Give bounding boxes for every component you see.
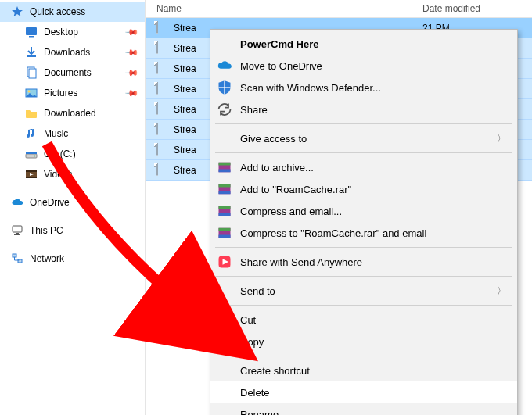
- sidebar-label: OneDrive: [30, 197, 70, 208]
- menu-item-rename[interactable]: Rename: [210, 403, 517, 415]
- sidebar-item-label: Pictures: [44, 88, 77, 98]
- send-anywhere-icon: [217, 254, 232, 270]
- sidebar-item-label: OS (C:): [44, 148, 76, 159]
- file-icon: [156, 22, 169, 34]
- sidebar-item-downloaded[interactable]: Downloaded: [0, 103, 145, 123]
- pin-icon: 📌: [124, 85, 138, 100]
- menu-separator: [215, 152, 512, 153]
- svg-rect-14: [13, 226, 22, 232]
- menu-item-move-onedrive[interactable]: Move to OneDrive: [210, 55, 517, 77]
- folder-icon: [25, 107, 38, 120]
- winrar-icon: [217, 159, 232, 175]
- menu-item-create-shortcut[interactable]: Create shortcut: [210, 360, 517, 381]
- sidebar-item-label: Downloaded: [44, 108, 96, 119]
- desktop-icon: [25, 26, 38, 38]
- menu-item-send-to[interactable]: Send to 〉: [210, 280, 517, 302]
- winrar-icon: [217, 181, 232, 197]
- sidebar-item-label: Documents: [44, 67, 92, 78]
- sidebar-network[interactable]: Network: [0, 249, 145, 269]
- onedrive-icon: [217, 58, 232, 73]
- context-menu: PowerCmd Here Move to OneDrive Scan with…: [210, 29, 518, 415]
- svg-rect-11: [26, 170, 37, 172]
- downloads-icon: [25, 46, 38, 59]
- sidebar-item-pictures[interactable]: Pictures 📌: [0, 83, 145, 103]
- pin-icon: 📌: [124, 65, 138, 80]
- column-headers[interactable]: Name Date modified: [146, 0, 532, 18]
- svg-rect-15: [16, 233, 19, 234]
- svg-rect-23: [219, 184, 231, 188]
- menu-item-compress-roamcache[interactable]: Compress to "RoamCache.rar" and email: [210, 222, 517, 244]
- menu-item-share[interactable]: Share: [210, 98, 517, 120]
- sidebar-item-music[interactable]: Music: [0, 123, 145, 144]
- sidebar-this-pc[interactable]: This PC: [0, 220, 145, 241]
- file-icon: [156, 63, 169, 75]
- svg-rect-12: [26, 177, 37, 178]
- menu-item-add-roamcache[interactable]: Add to "RoamCache.rar": [210, 178, 517, 200]
- defender-icon: [217, 80, 232, 95]
- svg-point-6: [28, 91, 31, 93]
- svg-rect-9: [26, 152, 37, 154]
- svg-rect-29: [219, 228, 231, 231]
- menu-item-defender[interactable]: Scan with Windows Defender...: [210, 77, 517, 98]
- navigation-pane: Quick access Desktop 📌 Downloads 📌 Docum…: [0, 0, 146, 415]
- onedrive-icon: [11, 196, 23, 209]
- winrar-icon: [217, 225, 232, 241]
- menu-item-cut[interactable]: Cut: [210, 309, 517, 331]
- sidebar-onedrive[interactable]: OneDrive: [0, 192, 145, 213]
- svg-rect-4: [29, 69, 36, 78]
- svg-rect-30: [219, 235, 231, 238]
- file-icon: [156, 42, 169, 55]
- sidebar-item-label: Downloads: [44, 47, 90, 58]
- svg-rect-26: [219, 206, 231, 209]
- pictures-icon: [25, 87, 38, 99]
- drive-icon: [25, 148, 38, 160]
- chevron-right-icon: 〉: [497, 132, 506, 145]
- pc-icon: [11, 224, 23, 237]
- menu-item-delete[interactable]: Delete: [210, 381, 517, 403]
- menu-separator: [215, 276, 512, 277]
- file-icon: [156, 144, 169, 156]
- network-icon: [11, 252, 23, 265]
- sidebar-item-videos[interactable]: Videos: [0, 164, 145, 184]
- file-icon: [156, 103, 169, 116]
- menu-separator: [215, 247, 512, 248]
- menu-item-compress-email[interactable]: Compress and email...: [210, 200, 517, 222]
- column-name[interactable]: Name: [156, 3, 422, 14]
- svg-rect-17: [13, 254, 16, 257]
- pin-icon: 📌: [124, 24, 138, 39]
- svg-rect-2: [29, 36, 34, 38]
- column-date[interactable]: Date modified: [422, 3, 532, 14]
- menu-separator: [215, 305, 512, 306]
- documents-icon: [25, 66, 38, 79]
- sidebar-item-label: Videos: [44, 169, 72, 180]
- winrar-icon: [217, 203, 232, 219]
- menu-item-copy[interactable]: Copy: [210, 331, 517, 352]
- sidebar-label: This PC: [30, 225, 63, 236]
- file-icon: [156, 123, 169, 136]
- svg-marker-0: [12, 6, 23, 16]
- star-icon: [11, 5, 23, 18]
- svg-rect-1: [26, 27, 37, 35]
- sidebar-item-label: Desktop: [44, 27, 78, 38]
- sidebar-item-os-c[interactable]: OS (C:): [0, 144, 145, 164]
- file-icon: [156, 164, 169, 177]
- menu-item-send-anywhere[interactable]: Share with Send Anywhere: [210, 251, 517, 273]
- sidebar-item-downloads[interactable]: Downloads 📌: [0, 42, 145, 63]
- svg-rect-24: [219, 191, 231, 195]
- menu-item-give-access[interactable]: Give access to 〉: [210, 127, 517, 149]
- menu-item-powercmd[interactable]: PowerCmd Here: [210, 33, 517, 55]
- menu-item-add-archive[interactable]: Add to archive...: [210, 156, 517, 178]
- menu-separator: [215, 356, 512, 356]
- sidebar-item-desktop[interactable]: Desktop 📌: [0, 22, 145, 42]
- chevron-right-icon: 〉: [497, 284, 506, 298]
- sidebar-item-documents[interactable]: Documents 📌: [0, 63, 145, 83]
- sidebar-quick-access[interactable]: Quick access: [0, 2, 145, 22]
- svg-rect-27: [219, 213, 231, 216]
- svg-rect-16: [14, 234, 20, 235]
- videos-icon: [25, 168, 38, 181]
- file-icon: [156, 83, 169, 95]
- sidebar-label: Quick access: [30, 6, 85, 17]
- svg-rect-20: [219, 163, 231, 166]
- menu-separator: [215, 123, 512, 124]
- sidebar-item-label: Music: [44, 128, 68, 139]
